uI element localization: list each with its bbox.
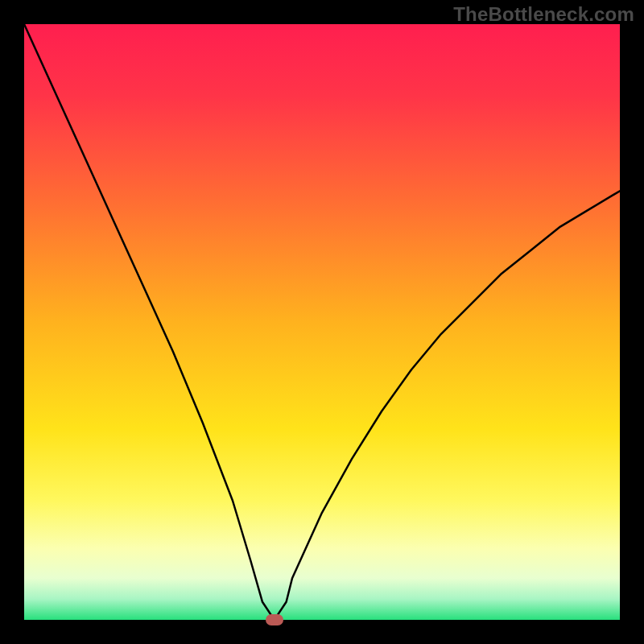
watermark-text: TheBottleneck.com [453, 3, 634, 26]
plot-svg [24, 24, 620, 620]
chart-frame: TheBottleneck.com [0, 0, 644, 644]
gradient-rect [24, 24, 620, 620]
optimal-marker [266, 614, 283, 625]
plot-area [24, 24, 620, 620]
